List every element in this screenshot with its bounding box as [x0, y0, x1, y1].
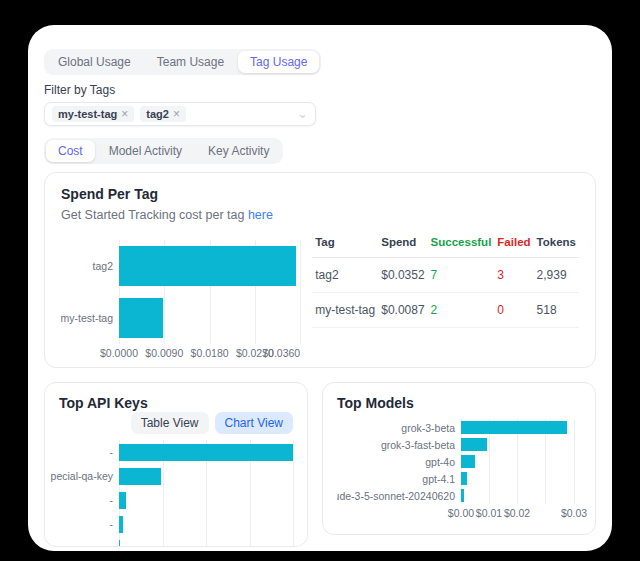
tab-team-usage[interactable]: Team Usage	[145, 51, 236, 73]
category-label: pecial-qa-key	[51, 464, 119, 488]
usage-tab-list: Global Usage Team Usage Tag Usage	[44, 49, 321, 75]
tick-label: $0.01	[476, 507, 502, 519]
chart-row	[461, 436, 581, 453]
bar[interactable]	[461, 489, 464, 502]
close-icon[interactable]: ×	[173, 109, 180, 119]
y-axis-labels: grok-3-betagrok-3-fast-betagpt-4ogpt-4.1…	[337, 419, 461, 504]
tab-cost[interactable]: Cost	[46, 140, 95, 162]
category-label: claude-3-5-sonnet-20240620	[337, 487, 461, 504]
tab-tag-usage[interactable]: Tag Usage	[238, 51, 319, 73]
gridline	[300, 240, 301, 344]
category-label: gpt-4.1	[337, 470, 461, 487]
table-row: tag2 $0.0352 7 3 2,939	[312, 258, 579, 293]
bar[interactable]	[119, 516, 123, 533]
top-api-keys-title: Top API Keys	[59, 395, 293, 411]
col-spend: Spend	[378, 232, 427, 258]
bar[interactable]	[461, 455, 475, 468]
chart-row	[119, 512, 293, 536]
y-axis-labels: -pecial-qa-key---	[51, 440, 119, 547]
view-toggle: Table View Chart View	[59, 412, 293, 434]
chart-row	[461, 453, 581, 470]
bar[interactable]	[119, 492, 126, 509]
bar[interactable]	[461, 438, 487, 451]
tick-label: $0.0180	[191, 347, 229, 359]
cell-spend: $0.0087	[378, 293, 427, 328]
subtitle-text: Get Started Tracking cost per tag	[61, 208, 244, 222]
category-label: gpt-4o	[337, 453, 461, 470]
spend-panel-subtitle: Get Started Tracking cost per tag here	[61, 208, 579, 222]
tick-label: $0.0090	[145, 347, 183, 359]
table-view-button[interactable]: Table View	[131, 412, 209, 434]
spend-panel-title: Spend Per Tag	[61, 186, 579, 202]
col-tag: Tag	[312, 232, 378, 258]
col-failed: Failed	[494, 232, 533, 258]
chart-row	[461, 487, 581, 504]
bar[interactable]	[119, 444, 293, 461]
top-models-title: Top Models	[337, 395, 581, 411]
tag-chip-my-test-tag[interactable]: my-test-tag ×	[52, 106, 134, 122]
x-axis: $0.0000$0.0090$0.0180$0.0270$0.0360	[119, 347, 300, 362]
tag-filter-input[interactable]: my-test-tag × tag2 × ⌄	[44, 102, 316, 126]
cell-failed: 0	[494, 293, 533, 328]
chart-body: grok-3-betagrok-3-fast-betagpt-4ogpt-4.1…	[337, 419, 581, 504]
chart-view-button[interactable]: Chart View	[215, 412, 293, 434]
chart-body: tag2my-test-tag	[61, 240, 300, 344]
top-models-panel: Top Models grok-3-betagrok-3-fast-betagp…	[322, 382, 596, 535]
chart-plot	[119, 240, 300, 344]
category-label: -	[51, 512, 119, 536]
here-link[interactable]: here	[248, 208, 273, 222]
cell-tokens: 518	[534, 293, 579, 328]
tag-chip-tag2[interactable]: tag2 ×	[140, 106, 186, 122]
tick-label: $0.0000	[100, 347, 138, 359]
tick-label: $0.02	[504, 507, 530, 519]
category-label: -	[51, 440, 119, 464]
tag-chip-label: tag2	[146, 108, 169, 120]
table-row: my-test-tag $0.0087 2 0 518	[312, 293, 579, 328]
spend-per-tag-panel: Spend Per Tag Get Started Tracking cost …	[44, 172, 596, 368]
chart-row	[461, 419, 581, 436]
bottom-panels-row: Top API Keys Table View Chart View -peci…	[44, 382, 596, 547]
bar[interactable]	[119, 468, 161, 485]
cell-successful: 2	[428, 293, 495, 328]
category-label: tag2	[61, 240, 119, 292]
cell-failed: 3	[494, 258, 533, 293]
category-label: my-test-tag	[61, 292, 119, 344]
cell-tag: tag2	[312, 258, 378, 293]
cell-successful: 7	[428, 258, 495, 293]
top-api-keys-panel: Top API Keys Table View Chart View -peci…	[44, 382, 308, 547]
y-axis-labels: tag2my-test-tag	[61, 240, 119, 344]
bar[interactable]	[461, 421, 567, 434]
chart-row	[461, 470, 581, 487]
chevron-down-icon[interactable]: ⌄	[297, 109, 308, 119]
tab-model-activity[interactable]: Model Activity	[97, 140, 194, 162]
close-icon[interactable]: ×	[121, 109, 128, 119]
table-header-row: Tag Spend Successful Failed Tokens	[312, 232, 579, 258]
tag-chip-label: my-test-tag	[58, 108, 117, 120]
spend-per-tag-chart: tag2my-test-tag$0.0000$0.0090$0.0180$0.0…	[61, 240, 300, 362]
category-label: grok-3-beta	[337, 419, 461, 436]
bar[interactable]	[461, 472, 467, 485]
category-label: grok-3-fast-beta	[337, 436, 461, 453]
gridline	[293, 440, 294, 547]
tab-global-usage[interactable]: Global Usage	[46, 51, 143, 73]
spend-table: Tag Spend Successful Failed Tokens tag2 …	[312, 232, 579, 328]
spend-content: tag2my-test-tag$0.0000$0.0090$0.0180$0.0…	[61, 232, 579, 362]
col-tokens: Tokens	[534, 232, 579, 258]
chart-row	[119, 488, 293, 512]
bar[interactable]	[119, 298, 163, 338]
category-label: -	[51, 488, 119, 512]
category-label: -	[51, 536, 119, 547]
spend-table-wrap: Tag Spend Successful Failed Tokens tag2 …	[312, 232, 579, 362]
view-tab-list: Cost Model Activity Key Activity	[44, 138, 283, 164]
x-axis: $0.00$0.01$0.02$0.03	[461, 507, 581, 522]
cell-tokens: 2,939	[534, 258, 579, 293]
bar[interactable]	[119, 246, 296, 286]
chart-row	[119, 440, 293, 464]
chart-row	[119, 240, 300, 292]
usage-dashboard-card: Global Usage Team Usage Tag Usage Filter…	[28, 25, 612, 551]
filter-by-tags-label: Filter by Tags	[44, 83, 596, 97]
top-api-keys-chart: -pecial-qa-key---	[51, 440, 293, 547]
chart-plot	[119, 440, 293, 547]
tab-key-activity[interactable]: Key Activity	[196, 140, 281, 162]
col-successful: Successful	[428, 232, 495, 258]
